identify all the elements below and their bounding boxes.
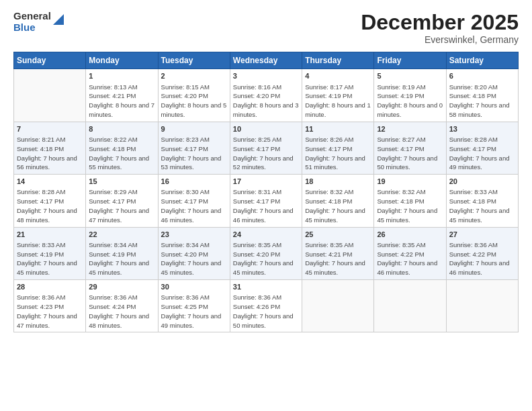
day-info: Sunrise: 8:16 AM Sunset: 4:20 PM Dayligh… [233, 83, 299, 120]
location: Everswinkel, Germany [361, 34, 519, 45]
calendar-cell [374, 280, 446, 332]
weekday-header-row: Sunday Monday Tuesday Wednesday Thursday… [14, 52, 519, 69]
calendar-week-row: 28Sunrise: 8:36 AM Sunset: 4:23 PM Dayli… [14, 280, 519, 332]
day-info: Sunrise: 8:36 AM Sunset: 4:22 PM Dayligh… [449, 240, 515, 277]
day-number: 28 [17, 282, 83, 292]
day-info: Sunrise: 8:23 AM Sunset: 4:17 PM Dayligh… [161, 135, 227, 172]
day-number: 11 [305, 124, 371, 134]
day-number: 2 [161, 71, 227, 81]
day-number: 31 [233, 282, 299, 292]
day-info: Sunrise: 8:35 AM Sunset: 4:22 PM Dayligh… [377, 240, 443, 277]
day-number: 10 [233, 124, 299, 134]
calendar-cell: 2Sunrise: 8:15 AM Sunset: 4:20 PM Daylig… [158, 69, 230, 122]
day-number: 24 [233, 230, 299, 240]
calendar-cell: 28Sunrise: 8:36 AM Sunset: 4:23 PM Dayli… [14, 280, 86, 332]
day-info: Sunrise: 8:28 AM Sunset: 4:17 PM Dayligh… [449, 135, 515, 172]
day-number: 23 [161, 230, 227, 240]
calendar-week-row: 7Sunrise: 8:21 AM Sunset: 4:18 PM Daylig… [14, 122, 519, 174]
header-sunday: Sunday [14, 52, 86, 69]
day-info: Sunrise: 8:21 AM Sunset: 4:18 PM Dayligh… [17, 135, 83, 172]
day-info: Sunrise: 8:28 AM Sunset: 4:17 PM Dayligh… [17, 187, 83, 224]
day-info: Sunrise: 8:36 AM Sunset: 4:26 PM Dayligh… [233, 293, 299, 330]
day-info: Sunrise: 8:30 AM Sunset: 4:17 PM Dayligh… [161, 187, 227, 224]
calendar-cell: 15Sunrise: 8:29 AM Sunset: 4:17 PM Dayli… [86, 175, 158, 227]
day-number: 13 [449, 124, 515, 134]
day-info: Sunrise: 8:27 AM Sunset: 4:17 PM Dayligh… [377, 135, 443, 172]
calendar-cell: 17Sunrise: 8:31 AM Sunset: 4:17 PM Dayli… [230, 175, 302, 227]
calendar-cell: 23Sunrise: 8:34 AM Sunset: 4:20 PM Dayli… [158, 227, 230, 279]
calendar-cell: 11Sunrise: 8:26 AM Sunset: 4:17 PM Dayli… [302, 122, 374, 174]
day-info: Sunrise: 8:22 AM Sunset: 4:18 PM Dayligh… [89, 135, 154, 172]
calendar-cell: 13Sunrise: 8:28 AM Sunset: 4:17 PM Dayli… [446, 122, 518, 174]
calendar-cell: 4Sunrise: 8:17 AM Sunset: 4:19 PM Daylig… [302, 69, 374, 122]
calendar-cell: 29Sunrise: 8:36 AM Sunset: 4:24 PM Dayli… [86, 280, 158, 332]
day-info: Sunrise: 8:32 AM Sunset: 4:18 PM Dayligh… [305, 187, 371, 224]
calendar-cell: 5Sunrise: 8:19 AM Sunset: 4:19 PM Daylig… [374, 69, 446, 122]
calendar-cell: 24Sunrise: 8:35 AM Sunset: 4:20 PM Dayli… [230, 227, 302, 279]
day-number: 3 [233, 71, 299, 81]
day-number: 4 [305, 71, 371, 81]
day-info: Sunrise: 8:33 AM Sunset: 4:18 PM Dayligh… [449, 187, 515, 224]
calendar-cell: 3Sunrise: 8:16 AM Sunset: 4:20 PM Daylig… [230, 69, 302, 122]
calendar-week-row: 1Sunrise: 8:13 AM Sunset: 4:21 PM Daylig… [14, 69, 519, 122]
calendar-cell: 1Sunrise: 8:13 AM Sunset: 4:21 PM Daylig… [86, 69, 158, 122]
calendar-cell: 18Sunrise: 8:32 AM Sunset: 4:18 PM Dayli… [302, 175, 374, 227]
calendar-cell [302, 280, 374, 332]
day-info: Sunrise: 8:26 AM Sunset: 4:17 PM Dayligh… [305, 135, 371, 172]
day-number: 15 [89, 177, 154, 187]
day-number: 1 [89, 71, 154, 81]
day-info: Sunrise: 8:34 AM Sunset: 4:20 PM Dayligh… [161, 240, 227, 277]
calendar-cell: 12Sunrise: 8:27 AM Sunset: 4:17 PM Dayli… [374, 122, 446, 174]
calendar-cell: 30Sunrise: 8:36 AM Sunset: 4:25 PM Dayli… [158, 280, 230, 332]
calendar: Sunday Monday Tuesday Wednesday Thursday… [13, 52, 519, 332]
day-number: 17 [233, 177, 299, 187]
header-monday: Monday [86, 52, 158, 69]
calendar-cell: 25Sunrise: 8:35 AM Sunset: 4:21 PM Dayli… [302, 227, 374, 279]
day-info: Sunrise: 8:35 AM Sunset: 4:20 PM Dayligh… [233, 240, 299, 277]
header: General Blue December 2025 Everswinkel, … [13, 11, 519, 45]
calendar-cell: 21Sunrise: 8:33 AM Sunset: 4:19 PM Dayli… [14, 227, 86, 279]
calendar-cell: 8Sunrise: 8:22 AM Sunset: 4:18 PM Daylig… [86, 122, 158, 174]
day-number: 27 [449, 230, 515, 240]
day-info: Sunrise: 8:34 AM Sunset: 4:19 PM Dayligh… [89, 240, 154, 277]
calendar-cell: 19Sunrise: 8:32 AM Sunset: 4:18 PM Dayli… [374, 175, 446, 227]
day-number: 9 [161, 124, 227, 134]
day-info: Sunrise: 8:31 AM Sunset: 4:17 PM Dayligh… [233, 187, 299, 224]
day-info: Sunrise: 8:33 AM Sunset: 4:19 PM Dayligh… [17, 240, 83, 277]
day-info: Sunrise: 8:36 AM Sunset: 4:23 PM Dayligh… [17, 293, 83, 330]
day-number: 22 [89, 230, 154, 240]
header-friday: Friday [374, 52, 446, 69]
day-number: 14 [17, 177, 83, 187]
day-number: 5 [377, 71, 443, 81]
day-number: 18 [305, 177, 371, 187]
calendar-cell: 14Sunrise: 8:28 AM Sunset: 4:17 PM Dayli… [14, 175, 86, 227]
calendar-week-row: 21Sunrise: 8:33 AM Sunset: 4:19 PM Dayli… [14, 227, 519, 279]
header-wednesday: Wednesday [230, 52, 302, 69]
day-number: 26 [377, 230, 443, 240]
calendar-cell: 22Sunrise: 8:34 AM Sunset: 4:19 PM Dayli… [86, 227, 158, 279]
day-number: 21 [17, 230, 83, 240]
day-number: 20 [449, 177, 515, 187]
day-info: Sunrise: 8:15 AM Sunset: 4:20 PM Dayligh… [161, 83, 227, 120]
day-number: 6 [449, 71, 515, 81]
day-info: Sunrise: 8:36 AM Sunset: 4:24 PM Dayligh… [89, 293, 154, 330]
calendar-cell: 27Sunrise: 8:36 AM Sunset: 4:22 PM Dayli… [446, 227, 518, 279]
month-title: December 2025 [361, 11, 519, 34]
title-block: December 2025 Everswinkel, Germany [361, 11, 519, 45]
header-thursday: Thursday [302, 52, 374, 69]
header-tuesday: Tuesday [158, 52, 230, 69]
day-info: Sunrise: 8:32 AM Sunset: 4:18 PM Dayligh… [377, 187, 443, 224]
day-number: 7 [17, 124, 83, 134]
day-number: 8 [89, 124, 154, 134]
day-info: Sunrise: 8:25 AM Sunset: 4:17 PM Dayligh… [233, 135, 299, 172]
day-number: 25 [305, 230, 371, 240]
calendar-cell: 31Sunrise: 8:36 AM Sunset: 4:26 PM Dayli… [230, 280, 302, 332]
day-info: Sunrise: 8:35 AM Sunset: 4:21 PM Dayligh… [305, 240, 371, 277]
calendar-cell [14, 69, 86, 122]
calendar-cell: 26Sunrise: 8:35 AM Sunset: 4:22 PM Dayli… [374, 227, 446, 279]
day-number: 12 [377, 124, 443, 134]
header-saturday: Saturday [446, 52, 518, 69]
calendar-cell: 6Sunrise: 8:20 AM Sunset: 4:18 PM Daylig… [446, 69, 518, 122]
calendar-cell: 9Sunrise: 8:23 AM Sunset: 4:17 PM Daylig… [158, 122, 230, 174]
day-number: 19 [377, 177, 443, 187]
